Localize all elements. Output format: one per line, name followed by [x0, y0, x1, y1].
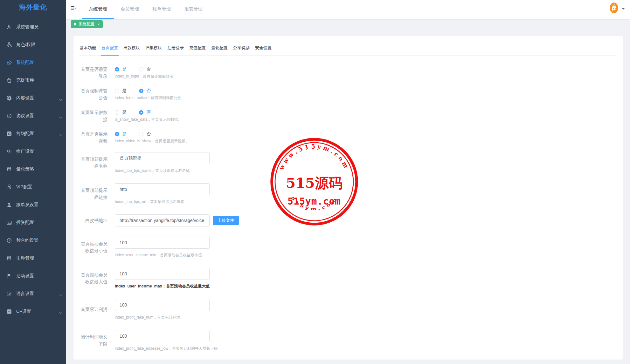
- flag-icon: [6, 273, 12, 279]
- field-helper: home_top_tips_url：首页顶部提示栏链接: [115, 199, 210, 204]
- field-label: 首页滚动会员收益最大值: [80, 268, 107, 289]
- open-page-tag[interactable]: 系统配置 ×: [71, 20, 103, 28]
- radio-label: 否: [146, 131, 151, 137]
- field-input-8[interactable]: [115, 268, 210, 280]
- sidebar-item-11[interactable]: 投资配置: [0, 214, 66, 232]
- field-input-4[interactable]: [115, 152, 210, 164]
- form-row-8: 首页滚动会员收益最大值index_user_income_max：首页滚动会员收…: [80, 268, 623, 289]
- sidebar-item-0[interactable]: 系统管理员: [0, 18, 66, 36]
- sidebar-item-14[interactable]: 活动设置: [0, 267, 66, 285]
- sidebar-item-10[interactable]: 跟单员设置: [0, 196, 66, 214]
- person-icon: [6, 202, 12, 208]
- bitcoin-avatar-icon: B: [610, 2, 618, 15]
- sidebar-item-13[interactable]: 币种管理: [0, 249, 66, 267]
- chevron-down-icon: [59, 310, 62, 315]
- radio-label: 是: [122, 131, 127, 137]
- database-icon: [6, 166, 12, 172]
- sidebar-item-9[interactable]: VIP配置: [0, 178, 66, 196]
- form-row-1: 首页强制弹窗公告是否index_force_notice：首页强制弹窗公告。: [80, 87, 623, 101]
- form-row-0: 首页是否需要登录是否index_is_login：首页是否需要登录: [80, 66, 623, 80]
- sidebar-item-5[interactable]: 协议设置: [0, 107, 66, 125]
- radio-label: 是: [122, 66, 127, 72]
- sidebar-item-label: VIP配置: [16, 184, 32, 190]
- radio-option-3-0[interactable]: 是: [115, 131, 127, 137]
- chevron-down-icon: [59, 132, 62, 138]
- radio-label: 是: [122, 110, 127, 115]
- settings-tab-6[interactable]: 量化配置: [211, 45, 228, 56]
- field-label: 首页是否需要登录: [80, 66, 107, 80]
- database-icon: [6, 255, 12, 261]
- field-helper: index_force_notice：首页强制弹窗公告。: [115, 94, 185, 101]
- sitemap-icon: [6, 42, 12, 48]
- radio-circle-icon: [115, 67, 119, 71]
- sidebar-item-label: 角色/权限: [16, 42, 35, 48]
- field-label: 首页强制弹窗公告: [80, 87, 107, 101]
- field-label: 首页是否展示视频: [80, 131, 107, 145]
- close-icon[interactable]: ×: [97, 22, 100, 27]
- topnav-tab-1[interactable]: 会员管理: [114, 0, 146, 19]
- settings-tab-1[interactable]: 首页配置: [101, 45, 119, 56]
- sidebar-item-4[interactable]: 内容设置: [0, 89, 66, 107]
- form-row-5: 首页顶部提示栏链接home_top_tips_url：首页顶部提示栏链接: [80, 183, 623, 204]
- settings-tab-3[interactable]: 归集模块: [145, 45, 163, 56]
- field-input-9[interactable]: [115, 299, 210, 311]
- settings-tab-8[interactable]: 安全设置: [254, 45, 272, 56]
- tag-label: 系统配置: [79, 22, 94, 27]
- sidebar-item-label: 币种管理: [16, 255, 34, 261]
- radio-label: 否: [146, 110, 151, 115]
- radio-circle-icon: [139, 89, 143, 93]
- radio-option-2-1[interactable]: 否: [139, 110, 151, 115]
- form-row-7: 首页滚动会员收益最小值index_user_income_min：首页滚动会员收…: [80, 237, 623, 258]
- topnav-tab-2[interactable]: 账单管理: [146, 0, 177, 19]
- sidebar-item-label: 推广设置: [16, 149, 34, 154]
- radio-option-1-0[interactable]: 是: [115, 88, 127, 94]
- sidebar-item-6[interactable]: 营销配置: [0, 125, 66, 143]
- topnav-tab-0[interactable]: 系统管理: [82, 0, 114, 19]
- bag-icon: [6, 78, 12, 83]
- topnav-tab-3[interactable]: 报表管理: [177, 0, 209, 19]
- settings-tab-4[interactable]: 注册登录: [167, 45, 184, 56]
- sidebar-item-15[interactable]: 语言设置: [0, 285, 66, 303]
- sidebar-item-8[interactable]: 量化策略: [0, 160, 66, 178]
- field-label: 首页滚动会员收益最小值: [80, 237, 107, 258]
- radio-option-0-0[interactable]: 是: [115, 66, 127, 72]
- field-helper: index_user_income_max：首页滚动会员收益最大值: [115, 284, 210, 289]
- settings-tab-0[interactable]: 基本功能: [79, 45, 97, 56]
- field-label: 首页显示假数据: [80, 109, 107, 123]
- sidebar-item-12[interactable]: 秒合约设置: [0, 232, 66, 249]
- collapse-sidebar-icon[interactable]: [71, 5, 77, 11]
- sidebar-item-label: 秒合约设置: [16, 238, 38, 243]
- edit-icon: [6, 291, 12, 297]
- radio-option-1-1[interactable]: 否: [139, 88, 151, 94]
- field-helper: index_profit_fake_increase_low：首页累计利润每天增…: [115, 346, 218, 351]
- sidebar-item-label: 量化策略: [16, 166, 34, 172]
- sidebar-item-label: 语言设置: [16, 291, 34, 297]
- form-row-10: 累计利润增长下限index_profit_fake_increase_low：首…: [80, 330, 623, 351]
- field-input-10[interactable]: [115, 330, 210, 342]
- settings-tab-2[interactable]: 出款模块: [123, 45, 141, 56]
- settings-tab-7[interactable]: 分享奖励: [232, 45, 250, 56]
- settings-tab-5[interactable]: 充值配置: [189, 45, 206, 56]
- field-label: 首页顶部提示栏链接: [80, 183, 107, 204]
- sidebar-item-3[interactable]: 充提币种: [0, 71, 66, 89]
- field-input-7[interactable]: [115, 237, 210, 249]
- sidebar-item-1[interactable]: 角色/权限: [0, 36, 66, 54]
- settings-form: 首页是否需要登录是否index_is_login：首页是否需要登录首页强制弹窗公…: [73, 56, 623, 351]
- avatar-dropdown[interactable]: B: [610, 2, 625, 15]
- field-input-6[interactable]: [115, 214, 210, 226]
- sidebar-item-7[interactable]: 推广设置: [0, 143, 66, 160]
- sidebar-item-label: 营销配置: [16, 131, 34, 137]
- field-helper: index_profit_fake_num：首页累计利润: [115, 315, 210, 320]
- sidebar-item-label: 投资配置: [16, 220, 34, 226]
- info-circle-icon: [6, 113, 12, 119]
- sidebar-item-16[interactable]: CF设置: [0, 303, 66, 320]
- field-label: 首页累计利润: [80, 299, 107, 320]
- field-input-5[interactable]: [115, 183, 210, 195]
- form-row-6: 白皮书地址上传文件: [80, 214, 623, 226]
- radio-option-0-1[interactable]: 否: [139, 66, 151, 72]
- sidebar-item-2[interactable]: 系统配置: [0, 54, 66, 71]
- radio-option-3-1[interactable]: 否: [139, 131, 151, 137]
- field-label: 白皮书地址: [80, 214, 107, 226]
- radio-option-2-0[interactable]: 是: [115, 110, 127, 115]
- upload-file-button[interactable]: 上传文件: [213, 216, 239, 225]
